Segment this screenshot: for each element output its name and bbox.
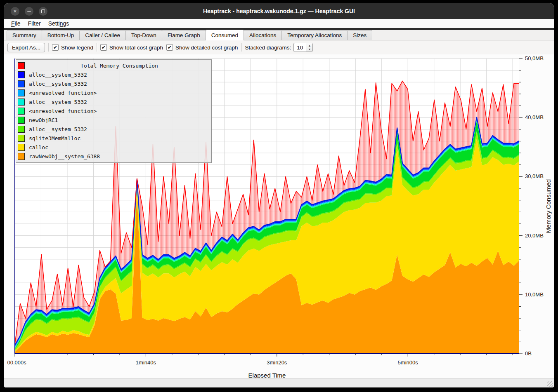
spinner-up-icon[interactable]: ▲ xyxy=(306,44,312,47)
checkbox-show-detailed-cost-graph[interactable]: ✔Show detailed cost graph xyxy=(166,44,238,51)
chart-legend: Total Memory Consumptionalloc__system_53… xyxy=(16,59,212,163)
spinner-value: 10 xyxy=(294,43,306,52)
legend-swatch-icon xyxy=(18,153,25,160)
checkbox-box[interactable]: ✔ xyxy=(52,44,59,51)
legend-item: alloc__system_5332 xyxy=(18,124,210,134)
resize-grip[interactable] xyxy=(547,381,553,387)
legend-swatch-icon xyxy=(18,71,25,78)
tab-flame-graph[interactable]: Flame Graph xyxy=(162,30,206,40)
x-tick-label: 1min40s xyxy=(136,359,156,366)
legend-swatch-icon xyxy=(18,144,25,151)
y-tick-label: 40,0MB xyxy=(525,114,544,120)
tab-summary[interactable]: Summary xyxy=(7,30,42,40)
spinner-down-icon[interactable]: ▼ xyxy=(306,47,312,51)
window-title: Heaptrack - heaptrack.wakunode.1.gz — He… xyxy=(4,8,554,14)
tab-temporary-allocations[interactable]: Temporary Allocations xyxy=(281,30,348,40)
toolbar-separator xyxy=(241,43,242,52)
legend-label: calloc xyxy=(29,144,48,150)
checkbox-show-legend[interactable]: ✔Show legend xyxy=(52,44,93,51)
status-bar xyxy=(4,378,554,387)
legend-item: sqlite3MemMalloc xyxy=(18,134,210,143)
legend-item: alloc__system_5332 xyxy=(18,79,210,88)
tab-consumed[interactable]: Consumed xyxy=(206,30,244,40)
legend-label: alloc__system_5332 xyxy=(29,99,87,105)
legend-label: sqlite3MemMalloc xyxy=(29,135,80,141)
x-tick-label: 00.000s xyxy=(7,359,26,366)
minimize-icon xyxy=(27,11,31,12)
toolbar-separator xyxy=(97,43,97,52)
toolbar: Export As... ✔Show legend✔Show total cos… xyxy=(4,40,554,54)
y-tick-label: 50,0MB xyxy=(525,55,544,61)
legend-swatch-icon xyxy=(18,108,25,115)
legend-label: <unresolved function> xyxy=(29,108,97,114)
legend-label: alloc__system_5332 xyxy=(29,81,87,87)
legend-swatch-icon xyxy=(18,99,25,106)
legend-label: alloc__system_5332 xyxy=(29,72,87,78)
maximize-icon xyxy=(41,9,45,13)
legend-item: alloc__system_5332 xyxy=(18,70,210,79)
export-as-button[interactable]: Export As... xyxy=(7,43,45,52)
legend-swatch-icon xyxy=(18,62,25,69)
checkbox-show-total-cost-graph[interactable]: ✔Show total cost graph xyxy=(100,44,163,51)
legend-label: Total Memory Consumption xyxy=(29,63,210,69)
menu-item-file[interactable]: File xyxy=(7,20,24,27)
stacked-diagrams-label: Stacked diagrams: xyxy=(245,45,291,51)
tab-sizes[interactable]: Sizes xyxy=(347,30,372,40)
legend-swatch-icon xyxy=(18,89,25,96)
maximize-button[interactable] xyxy=(39,7,47,16)
y-tick-label: 30,0MB xyxy=(525,173,544,179)
minimize-button[interactable] xyxy=(25,7,33,16)
close-button[interactable]: ✕ xyxy=(11,7,19,16)
checkbox-box[interactable]: ✔ xyxy=(166,44,173,51)
tab-top-down[interactable]: Top-Down xyxy=(125,30,162,40)
checkbox-label: Show legend xyxy=(61,45,93,51)
legend-label: rawNewObj__system_6388 xyxy=(29,153,100,160)
legend-swatch-icon xyxy=(18,80,25,87)
legend-swatch-icon xyxy=(18,117,25,124)
legend-swatch-icon xyxy=(18,126,25,133)
tab-allocations[interactable]: Allocations xyxy=(244,30,282,40)
y-tick-label: 0B xyxy=(525,350,532,357)
legend-item: <unresolved function> xyxy=(18,88,210,97)
toolbar-separator xyxy=(48,43,49,52)
heaptrack-window: ✕ Heaptrack - heaptrack.wakunode.1.gz — … xyxy=(4,3,554,387)
legend-item: calloc xyxy=(18,143,210,152)
window-controls: ✕ xyxy=(11,7,47,16)
legend-label: newObjRC1 xyxy=(29,117,58,123)
menu-item-filter[interactable]: Filter xyxy=(24,20,45,27)
checkbox-label: Show detailed cost graph xyxy=(175,45,238,51)
legend-item: rawNewObj__system_6388 xyxy=(18,152,210,161)
title-bar: ✕ Heaptrack - heaptrack.wakunode.1.gz — … xyxy=(4,3,554,19)
legend-label: alloc__system_5332 xyxy=(29,126,87,132)
tab-bar: SummaryBottom-UpCaller / CalleeTop-DownF… xyxy=(4,30,554,40)
x-tick-label: 5min00s xyxy=(398,359,418,366)
stacked-diagrams-group: Stacked diagrams: 10 ▲ ▼ xyxy=(245,43,313,52)
menu-item-settings[interactable]: Settings xyxy=(45,20,73,27)
x-tick-label: 3min20s xyxy=(267,359,287,366)
tab-caller-callee[interactable]: Caller / Callee xyxy=(79,30,126,40)
y-tick-label: 20,0MB xyxy=(525,232,544,239)
legend-item: <unresolved function> xyxy=(18,106,210,115)
y-tick-label: 10,0MB xyxy=(525,291,544,298)
legend-title-row: Total Memory Consumption xyxy=(18,61,210,70)
menu-bar: FileFilterSettings xyxy=(4,19,554,28)
checkbox-label: Show total cost graph xyxy=(109,45,163,51)
legend-item: newObjRC1 xyxy=(18,115,210,124)
tab-bottom-up[interactable]: Bottom-Up xyxy=(42,30,80,40)
legend-swatch-icon xyxy=(18,135,25,142)
legend-label: <unresolved function> xyxy=(29,90,97,96)
stacked-diagrams-spinner[interactable]: 10 ▲ ▼ xyxy=(293,43,313,52)
y-axis-title: Memory Consumed xyxy=(545,179,552,233)
legend-item: alloc__system_5332 xyxy=(18,97,210,106)
checkbox-box[interactable]: ✔ xyxy=(100,44,107,51)
consumed-chart-area: Total Memory Consumptionalloc__system_53… xyxy=(4,54,554,378)
